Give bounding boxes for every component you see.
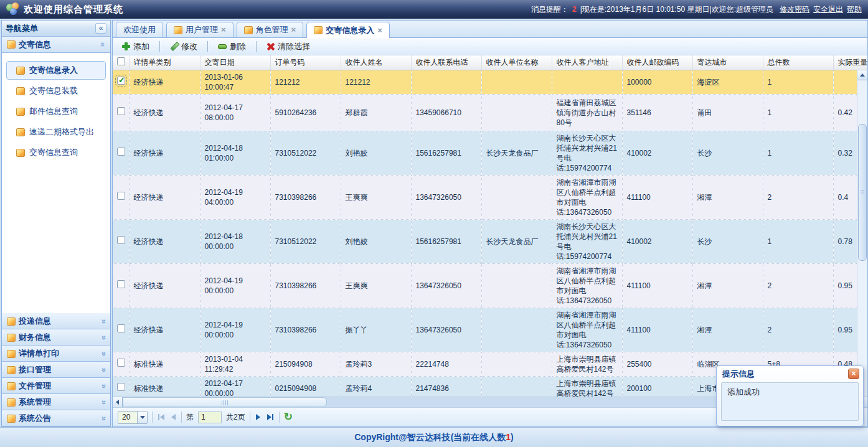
table-row[interactable]: 经济快递2012-04-19 04:00:007310398266王爽爽1364… <box>113 175 867 219</box>
sidebar-item-交寄信息录入[interactable]: 交寄信息录入 <box>6 61 106 80</box>
sidebar-group-文件管理[interactable]: 文件管理« <box>2 378 110 394</box>
column-header-收件人邮政编码[interactable]: 收件人邮政编码 <box>622 55 692 70</box>
vertical-scrollbar-thumb[interactable] <box>858 124 867 261</box>
column-header-总件数[interactable]: 总件数 <box>763 55 833 70</box>
table-row[interactable]: 经济快递2012-04-17 08:00:005910264236郑群霞1345… <box>113 94 867 131</box>
package-icon <box>244 26 253 34</box>
row-checkbox[interactable] <box>117 324 125 332</box>
table-cell: 351146 <box>622 94 692 131</box>
column-header-寄达城市[interactable]: 寄达城市 <box>692 55 763 70</box>
sidebar-group-label: 系统管理 <box>19 397 51 408</box>
message-count-badge[interactable]: 2 <box>571 5 578 14</box>
vertical-scrollbar[interactable] <box>857 70 867 397</box>
tab-交寄信息录入[interactable]: 交寄信息录入× <box>306 22 390 38</box>
row-checkbox[interactable] <box>117 359 125 367</box>
row-checkbox[interactable] <box>117 236 125 244</box>
sidebar-group-系统公告[interactable]: 系统公告« <box>2 410 110 426</box>
column-header-订单号码[interactable]: 订单号码 <box>270 55 341 70</box>
sidebar-group-jiaoji-xinxi[interactable]: 交寄信息 « <box>2 37 110 53</box>
row-checkbox[interactable] <box>117 280 125 288</box>
column-header-收件人联系电话[interactable]: 收件人联系电话 <box>411 55 481 70</box>
package-icon <box>16 67 25 75</box>
topbar-link-帮助[interactable]: 帮助 <box>847 5 862 14</box>
chevron-down-icon <box>137 412 147 423</box>
navigation-sidebar: 导航菜单 « 交寄信息 « 交寄信息录入交寄信息装载邮件信息查询速递二期格式导出… <box>1 20 111 427</box>
toolbar-button-label: 添加 <box>133 41 149 52</box>
column-header-收件人姓名[interactable]: 收件人姓名 <box>341 55 411 70</box>
sidebar-item-邮件信息查询[interactable]: 邮件信息查询 <box>6 102 106 121</box>
toolbar-separator <box>159 41 160 52</box>
table-row[interactable]: 经济快递2012-04-19 00:00:007310398266振丫丫1364… <box>113 308 867 352</box>
close-icon[interactable]: × <box>221 27 226 33</box>
sidebar-group-接口管理[interactable]: 接口管理« <box>2 362 110 378</box>
popup-header: 提示信息 × <box>717 366 863 382</box>
column-header-交寄日期[interactable]: 交寄日期 <box>200 55 270 70</box>
table-cell: 长沙天龙食品厂 <box>481 131 552 175</box>
table-cell: 湖南省湘潭市雨湖区八仙桥半点利超市对面电话:13647326050 <box>552 175 622 219</box>
tab-欢迎使用[interactable]: 欢迎使用 <box>116 22 163 37</box>
next-page-button[interactable] <box>255 413 262 421</box>
edit-icon <box>170 42 178 50</box>
scroll-up-button[interactable] <box>857 70 867 80</box>
table-cell: 1 <box>763 131 833 175</box>
table-cell <box>481 70 552 94</box>
table-cell: 7310398266 <box>270 308 341 352</box>
sidebar-item-label: 交寄信息录入 <box>29 65 78 76</box>
sidebar-group-系统管理[interactable]: 系统管理« <box>2 394 110 410</box>
toolbar-button-label: 删除 <box>230 41 246 52</box>
package-icon <box>7 398 16 407</box>
table-row[interactable]: 经济快递2012-04-19 00:00:007310398266王爽爽1364… <box>113 263 867 308</box>
table-cell <box>481 94 552 131</box>
prev-page-button[interactable] <box>170 413 177 421</box>
package-icon <box>16 87 25 95</box>
first-page-button[interactable] <box>157 413 166 421</box>
sidebar-group-投递信息[interactable]: 投递信息« <box>2 313 110 329</box>
horizontal-scrollbar-thumb[interactable] <box>123 397 327 407</box>
toolbar-button-清除选择[interactable]: 清除选择 <box>261 39 316 55</box>
table-row[interactable]: 经济快递2013-01-06 10:00:4712121212121210000… <box>113 70 867 94</box>
app-window: 欢迎使用综合管理系统 消息提醒： 2 |现在是:2013年1月6日 10:01:… <box>0 0 868 447</box>
row-checkbox[interactable] <box>117 192 125 200</box>
scroll-left-button[interactable] <box>113 397 123 407</box>
sidebar-item-速递二期格式导出[interactable]: 速递二期格式导出 <box>6 123 106 141</box>
table-row[interactable]: 经济快递2012-04-18 01:00:007310512022刘艳姣1561… <box>113 131 867 175</box>
tab-用户管理[interactable]: 用户管理× <box>166 22 234 37</box>
column-header-实际重量[interactable]: 实际重量 <box>833 55 867 70</box>
close-icon[interactable]: × <box>848 369 859 379</box>
row-checkbox[interactable] <box>117 107 125 115</box>
tab-角色管理[interactable]: 角色管理× <box>237 22 304 37</box>
row-checkbox[interactable] <box>117 148 125 156</box>
sidebar-group-财务信息[interactable]: 财务信息« <box>2 329 110 346</box>
page-size-select[interactable]: 20 <box>118 411 148 424</box>
page-number-input[interactable] <box>198 412 222 423</box>
toolbar-button-删除[interactable]: 删除 <box>212 39 252 55</box>
select-all-checkbox[interactable] <box>117 57 125 65</box>
row-checkbox[interactable] <box>117 77 125 85</box>
sidebar-item-交寄信息查询[interactable]: 交寄信息查询 <box>6 143 106 162</box>
close-icon[interactable]: × <box>377 27 382 34</box>
toolbar-button-添加[interactable]: 添加 <box>116 39 155 55</box>
sidebar-collapse-button[interactable]: « <box>95 23 106 34</box>
package-icon <box>7 366 16 374</box>
row-checkbox-cell <box>113 175 129 219</box>
refresh-icon[interactable]: ↻ <box>284 413 293 421</box>
sidebar-item-交寄信息装载[interactable]: 交寄信息装载 <box>6 82 106 100</box>
row-checkbox[interactable] <box>117 383 125 391</box>
sidebar-group-详情单打印[interactable]: 详情单打印« <box>2 346 110 362</box>
sidebar-menu: 交寄信息录入交寄信息装载邮件信息查询速递二期格式导出交寄信息查询 <box>2 53 110 313</box>
table-cell <box>411 70 481 94</box>
table-row[interactable]: 经济快递2012-04-18 00:00:007310512022刘艳姣1561… <box>113 219 867 263</box>
last-page-button[interactable] <box>266 413 275 421</box>
topbar-link-安全退出[interactable]: 安全退出 <box>813 5 843 14</box>
package-icon <box>7 334 16 342</box>
column-header-详情单类别[interactable]: 详情单类别 <box>129 55 200 70</box>
topbar-link-修改密码[interactable]: 修改密码 <box>780 5 809 14</box>
table-cell: 2012-04-18 00:00:00 <box>200 219 270 263</box>
sidebar-item-label: 交寄信息查询 <box>29 147 78 158</box>
column-header-收件人客户地址[interactable]: 收件人客户地址 <box>552 55 622 70</box>
close-icon[interactable]: × <box>291 27 296 33</box>
column-header-收件人单位名称[interactable]: 收件人单位名称 <box>481 55 552 70</box>
toolbar-button-修改[interactable]: 修改 <box>164 39 203 55</box>
table-cell: 2 <box>763 263 833 308</box>
sidebar-item-label: 速递二期格式导出 <box>29 126 94 138</box>
